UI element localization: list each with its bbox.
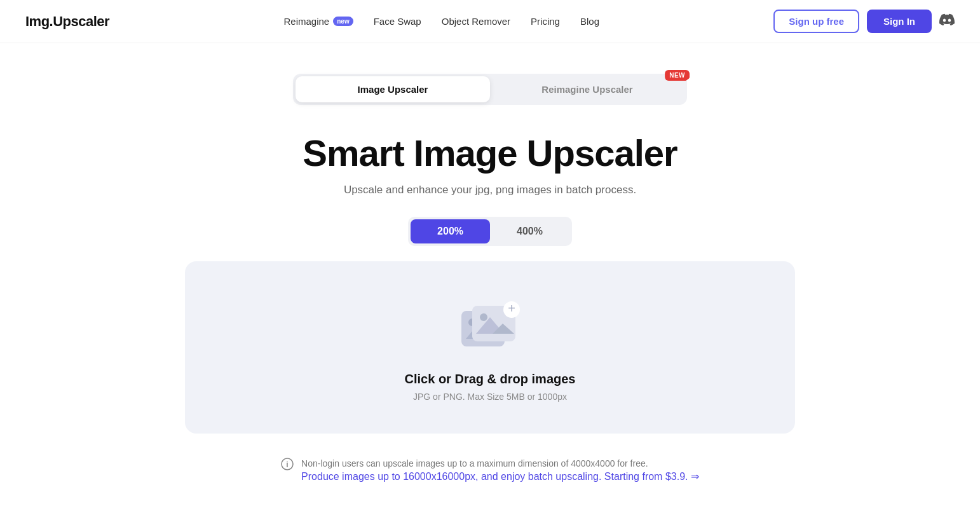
tab-new-badge: NEW [665, 70, 690, 81]
info-main-text: Non-login users can upscale images up to… [301, 456, 699, 470]
scale-400-button[interactable]: 400% [490, 219, 569, 243]
dropzone-title: Click or Drag & drop images [405, 372, 576, 387]
svg-point-5 [480, 313, 487, 321]
nav-link-reimagine[interactable]: Reimagine [284, 16, 330, 27]
svg-text:+: + [508, 301, 515, 315]
discord-icon[interactable] [939, 12, 955, 31]
signup-button[interactable]: Sign up free [773, 10, 859, 33]
dropzone-subtitle: JPG or PNG. Max Size 5MB or 1000px [413, 392, 567, 402]
info-icon: i [281, 458, 294, 474]
nav-link-pricing[interactable]: Pricing [531, 16, 560, 27]
scale-200-button[interactable]: 200% [411, 219, 490, 243]
nav-link-face-swap[interactable]: Face Swap [374, 16, 421, 27]
nav-actions: Sign up free Sign In [773, 10, 955, 33]
tab-container: Image Upscaler Reimagine Upscaler NEW [293, 74, 687, 105]
info-link[interactable]: Produce images up to 16000x16000px, and … [301, 471, 699, 482]
nav-item-reimagine[interactable]: Reimagine new [284, 16, 353, 27]
main-nav: Reimagine new Face Swap Object Remover P… [284, 16, 599, 27]
dropzone[interactable]: + Click or Drag & drop images JPG or PNG… [185, 261, 795, 434]
nav-new-badge: new [333, 17, 353, 26]
tab-image-upscaler[interactable]: Image Upscaler [296, 76, 490, 102]
tab-reimagine-upscaler[interactable]: Reimagine Upscaler NEW [490, 76, 684, 102]
info-text-block: Non-login users can upscale images up to… [301, 456, 699, 482]
scale-selector: 200% 400% [408, 217, 572, 246]
svg-text:i: i [286, 460, 288, 469]
brand-logo[interactable]: Img.Upscaler [25, 13, 109, 30]
nav-link-blog[interactable]: Blog [580, 16, 599, 27]
upload-icon: + [458, 299, 522, 359]
info-bar: i Non-login users can upscale images up … [281, 456, 699, 482]
nav-link-object-remover[interactable]: Object Remover [442, 16, 510, 27]
signin-button[interactable]: Sign In [867, 10, 932, 33]
hero-subtitle: Upscale and enhance your jpg, png images… [344, 184, 636, 196]
hero-title: Smart Image Upscaler [303, 133, 677, 174]
